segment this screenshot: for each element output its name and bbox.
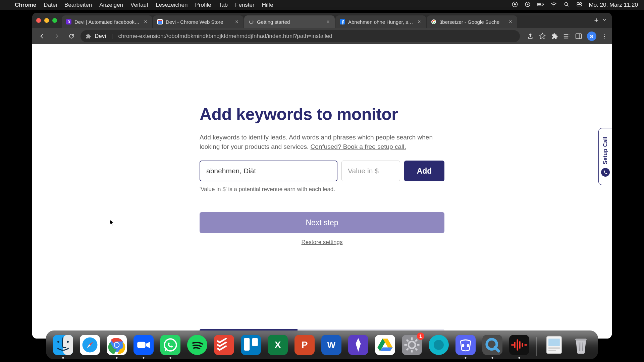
record-indicator-icon[interactable]: [512, 1, 518, 9]
tab-close-button[interactable]: ×: [508, 19, 513, 24]
running-indicator-icon: [62, 357, 64, 359]
window-maximize-button[interactable]: [52, 18, 57, 23]
menu-verlauf[interactable]: Verlauf: [130, 2, 148, 8]
menubar-appname[interactable]: Chrome: [15, 2, 36, 8]
svg-rect-40: [241, 335, 261, 355]
tab-favicon-icon: [157, 19, 163, 25]
tab-title: Abnehmen ohne Hunger, schn…: [348, 19, 414, 25]
tabs-overflow-button[interactable]: [602, 17, 607, 24]
svg-point-24: [57, 341, 59, 343]
url-path: chrome-extension://obofmdbkmindkbmdjkfdm…: [118, 33, 332, 40]
tab-close-button[interactable]: ×: [325, 19, 331, 24]
dock-app-quicktime[interactable]: [481, 334, 503, 356]
browser-tab[interactable]: Getting started×: [244, 15, 335, 28]
dock-app-preview-doc[interactable]: [543, 334, 565, 356]
menu-fenster[interactable]: Fenster: [235, 2, 255, 8]
dock-app-trello[interactable]: [240, 334, 262, 356]
svg-rect-42: [252, 338, 258, 346]
setup-call-tab[interactable]: Setup Call: [598, 128, 612, 185]
dock-app-drive[interactable]: [374, 334, 396, 356]
dock-app-safari[interactable]: [79, 334, 101, 356]
tab-favicon-icon: [339, 19, 345, 25]
svg-point-1: [514, 3, 516, 5]
svg-line-79: [579, 343, 579, 351]
menu-tab[interactable]: Tab: [219, 2, 228, 8]
dock-app-siri-blue[interactable]: [428, 334, 450, 356]
svg-text:X: X: [275, 340, 281, 350]
book-setup-call-link[interactable]: Confused? Book a free setup call.: [311, 143, 406, 150]
dock-app-whatsapp[interactable]: [159, 334, 181, 356]
keywords-input[interactable]: [200, 161, 337, 181]
dock-app-trash[interactable]: [570, 334, 592, 356]
svg-text:P: P: [302, 340, 308, 350]
sidepanel-icon[interactable]: [575, 33, 582, 40]
dock-app-imovie[interactable]: [347, 334, 369, 356]
next-step-button[interactable]: Next step: [200, 212, 444, 233]
forward-button[interactable]: [51, 31, 62, 42]
menu-bearbeiten[interactable]: Bearbeiten: [64, 2, 92, 8]
macos-menubar: Chrome Datei Bearbeiten Anzeigen Verlauf…: [0, 0, 644, 10]
svg-rect-41: [244, 338, 250, 351]
dock-app-powerpoint[interactable]: P: [293, 334, 316, 356]
tab-title: übersetzer - Google Suche: [439, 19, 505, 25]
svg-rect-20: [576, 34, 582, 39]
reading-list-icon[interactable]: [563, 33, 570, 40]
address-bar[interactable]: Devi | chrome-extension://obofmdbkmindkb…: [80, 30, 520, 42]
reload-button[interactable]: [66, 31, 77, 42]
add-button[interactable]: Add: [404, 161, 444, 181]
value-input[interactable]: [341, 161, 400, 181]
battery-icon[interactable]: [537, 2, 544, 8]
svg-rect-75: [548, 339, 560, 346]
svg-point-25: [67, 341, 69, 343]
dock-app-voice-memos[interactable]: [508, 334, 530, 356]
tab-close-button[interactable]: ×: [417, 19, 422, 24]
svg-line-81: [583, 343, 583, 351]
browser-tab[interactable]: DDevi | Automated facebook gro…×: [62, 15, 152, 28]
page-viewport: Add keywords to monitor Add keywords to …: [32, 44, 612, 339]
svg-rect-23: [63, 335, 73, 355]
tab-favicon-icon: [248, 19, 254, 25]
spotlight-icon[interactable]: [564, 1, 570, 9]
extensions-icon[interactable]: [551, 33, 558, 40]
dock-app-settings[interactable]: 1: [401, 334, 423, 356]
menu-anzeigen[interactable]: Anzeigen: [99, 2, 123, 8]
chrome-menu-icon[interactable]: ⋮: [601, 32, 608, 40]
svg-rect-77: [548, 350, 556, 351]
control-center-icon[interactable]: [576, 1, 582, 9]
dock-app-chrome[interactable]: [106, 334, 128, 356]
dock-app-word[interactable]: W: [320, 334, 342, 356]
running-indicator-icon: [116, 357, 118, 359]
restore-settings-link[interactable]: Restore settings: [200, 239, 444, 246]
svg-rect-35: [137, 342, 145, 348]
svg-rect-9: [577, 2, 579, 4]
dock-app-finder[interactable]: [52, 334, 74, 356]
profile-avatar[interactable]: S: [587, 32, 596, 41]
window-minimize-button[interactable]: [44, 18, 49, 23]
back-button[interactable]: [36, 31, 48, 42]
browser-tab[interactable]: Abnehmen ohne Hunger, schn…×: [335, 15, 426, 28]
menu-lesezeichen[interactable]: Lesezeichen: [156, 2, 187, 8]
menu-hilfe[interactable]: Hilfe: [262, 2, 273, 8]
screen-record-icon[interactable]: [525, 1, 531, 9]
share-icon[interactable]: [527, 33, 534, 40]
dock-app-todoist[interactable]: [213, 334, 235, 356]
running-indicator-icon: [492, 357, 493, 359]
browser-tab[interactable]: übersetzer - Google Suche×: [427, 15, 517, 28]
menu-profile[interactable]: Profile: [195, 2, 211, 8]
tab-close-button[interactable]: ×: [143, 19, 148, 24]
new-tab-button[interactable]: +: [591, 15, 602, 26]
window-close-button[interactable]: [36, 18, 41, 23]
browser-tab[interactable]: Devi - Chrome Web Store×: [153, 15, 244, 28]
menubar-clock[interactable]: Mo. 20. März 11:20: [589, 2, 638, 8]
bookmark-star-icon[interactable]: [539, 33, 546, 40]
wifi-icon[interactable]: [551, 1, 557, 9]
dock-app-excel[interactable]: X: [267, 334, 289, 356]
dock-app-zoom[interactable]: [132, 334, 155, 356]
dock-app-discord[interactable]: [454, 334, 477, 356]
dock: XPW1: [46, 330, 598, 359]
tab-close-button[interactable]: ×: [234, 19, 239, 24]
svg-marker-3: [527, 3, 529, 5]
chrome-window: DDevi | Automated facebook gro…×Devi - C…: [32, 13, 612, 339]
menu-datei[interactable]: Datei: [44, 2, 57, 8]
dock-app-spotify[interactable]: [186, 334, 208, 356]
